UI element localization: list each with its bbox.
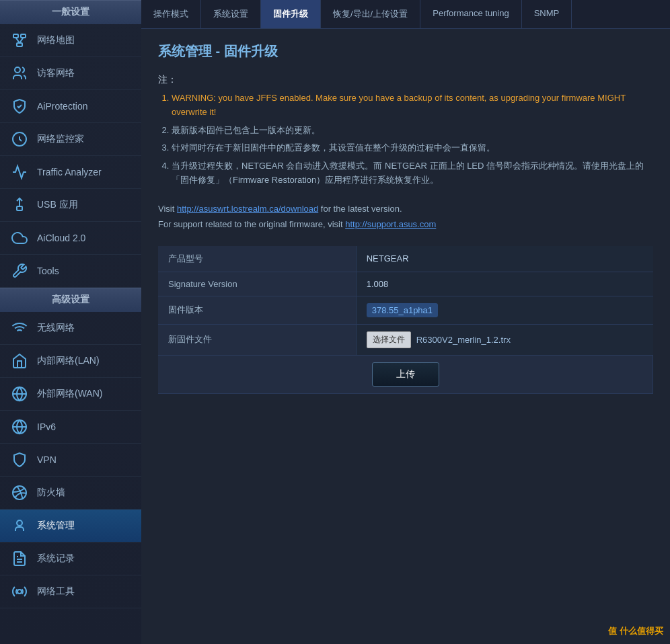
svg-point-17 — [17, 590, 22, 594]
sidebar-item-traffic-analyzer[interactable]: Traffic Analyzer — [0, 156, 141, 189]
guests-icon — [10, 64, 29, 83]
note-list: WARNING: you have JFFS enabled. Make sur… — [158, 91, 653, 188]
tab-performance-tuning[interactable]: Performance tuning — [420, 0, 521, 28]
field-value[interactable]: 选择文件R6300V2_merlin_1.2.trx — [356, 324, 653, 355]
choose-file-button[interactable]: 选择文件 — [367, 331, 411, 348]
sidebar-item-label: VPN — [37, 454, 57, 465]
watermark: 值 什么值得买 — [608, 625, 663, 637]
table-row: 新固件文件选择文件R6300V2_merlin_1.2.trx — [158, 324, 653, 355]
note-item-2: 最新版本固件已包含上一版本的更新。 — [172, 124, 653, 138]
nettools-icon — [10, 582, 29, 601]
field-label: 固件版本 — [158, 296, 356, 324]
sidebar-item-label: Traffic Analyzer — [37, 167, 102, 177]
cloud-icon — [10, 229, 29, 247]
sidebar-item-label: 无线网络 — [37, 322, 75, 334]
link-text-1: Visit — [158, 204, 177, 214]
tabs-bar: 操作模式系统设置固件升级恢复/导出/上传设置Performance tuning… — [141, 0, 670, 29]
download-link[interactable]: http://asuswrt.lostrealm.ca/download — [177, 204, 318, 214]
firmware-version-value: 378.55_a1pha1 — [367, 303, 438, 317]
link-text-3: For support related to the original firm… — [158, 219, 345, 229]
sidebar-item-tools[interactable]: Tools — [0, 255, 141, 288]
sidebar-item-label: USB 应用 — [37, 199, 78, 211]
sidebar-item-label: 内部网络(LAN) — [37, 355, 100, 367]
tab-snmp[interactable]: SNMP — [522, 0, 572, 28]
sidebar-item-nettools[interactable]: 网络工具 — [0, 575, 141, 608]
svg-rect-2 — [17, 43, 22, 46]
sidebar: 一般设置网络地图访客网络AiProtection网络监控家Traffic Ana… — [0, 0, 141, 644]
upload-button[interactable]: 上传 — [372, 362, 439, 387]
tab-firmware-upgrade[interactable]: 固件升级 — [261, 0, 321, 28]
wrench-icon — [10, 261, 29, 280]
link-text-2: for the latest version. — [318, 204, 402, 214]
note-item-4: 当升级过程失败，NETGEAR 会自动进入救援模式。而 NETGEAR 正面上的… — [172, 159, 653, 188]
field-label: 产品型号 — [158, 246, 356, 272]
sidebar-item-aicloud[interactable]: AiCloud 2.0 — [0, 222, 141, 255]
main-content: 操作模式系统设置固件升级恢复/导出/上传设置Performance tuning… — [141, 0, 670, 644]
network-icon — [10, 31, 29, 50]
sidebar-item-label: 网络监控家 — [37, 133, 84, 145]
sidebar-item-vpn[interactable]: VPN — [0, 444, 141, 477]
sidebar-item-label: 系统记录 — [37, 553, 75, 565]
sidebar-item-usb-apps[interactable]: USB 应用 — [0, 189, 141, 222]
svg-rect-0 — [13, 34, 18, 38]
sidebar-item-label: 访客网络 — [37, 67, 75, 79]
table-row: 固件版本378.55_a1pha1 — [158, 296, 653, 324]
field-value: NETGEAR — [356, 246, 653, 272]
sidebar-section-header: 一般设置 — [0, 0, 141, 24]
vpn-icon — [10, 450, 29, 469]
firewall-icon — [10, 483, 29, 502]
tab-operation-mode[interactable]: 操作模式 — [141, 0, 201, 28]
note-section: 注： WARNING: you have JFFS enabled. Make … — [158, 74, 653, 188]
svg-point-5 — [15, 67, 20, 73]
field-value: 378.55_a1pha1 — [356, 296, 653, 324]
svg-point-14 — [17, 520, 22, 526]
sidebar-item-network-monitor[interactable]: 网络监控家 — [0, 123, 141, 156]
sidebar-item-aiprotection[interactable]: AiProtection — [0, 90, 141, 123]
sidebar-item-label: 防火墙 — [37, 487, 65, 499]
sidebar-item-syslog[interactable]: 系统记录 — [0, 542, 141, 575]
log-icon — [10, 549, 29, 568]
sidebar-item-label: 系统管理 — [37, 520, 75, 532]
usb-icon — [10, 196, 29, 214]
sidebar-item-label: AiCloud 2.0 — [37, 233, 85, 243]
sidebar-item-label: 网络地图 — [37, 34, 75, 46]
upload-cell: 上传 — [158, 355, 653, 393]
sidebar-item-wireless[interactable]: 无线网络 — [0, 312, 141, 345]
page-content: 系统管理 - 固件升级 注： WARNING: you have JFFS en… — [141, 29, 670, 644]
sidebar-section-header: 高级设置 — [0, 288, 141, 312]
monitor-icon — [10, 130, 29, 149]
note-item-1: WARNING: you have JFFS enabled. Make sur… — [172, 91, 653, 120]
sidebar-item-network-map[interactable]: 网络地图 — [0, 24, 141, 57]
globe-icon — [10, 385, 29, 403]
page-title: 系统管理 - 固件升级 — [158, 42, 653, 61]
note-label: 注： — [158, 74, 653, 86]
svg-rect-1 — [21, 34, 26, 38]
table-row: 产品型号NETGEAR — [158, 246, 653, 272]
svg-line-4 — [20, 38, 24, 43]
link-section: Visit http://asuswrt.lostrealm.ca/downlo… — [158, 201, 653, 233]
sidebar-item-ipv6[interactable]: IPv6 — [0, 411, 141, 444]
sidebar-item-label: AiProtection — [37, 101, 87, 112]
sidebar-item-label: 外部网络(WAN) — [37, 388, 102, 400]
sysadmin-icon — [10, 516, 29, 535]
tab-system-settings[interactable]: 系统设置 — [201, 0, 261, 28]
sidebar-item-firewall[interactable]: 防火墙 — [0, 477, 141, 510]
sidebar-item-label: 网络工具 — [37, 586, 75, 598]
sidebar-item-label: IPv6 — [37, 421, 56, 432]
field-value: 1.008 — [356, 272, 653, 296]
svg-rect-7 — [17, 206, 22, 210]
sidebar-item-wan[interactable]: 外部网络(WAN) — [0, 378, 141, 411]
table-row: Signature Version1.008 — [158, 272, 653, 296]
wifi-icon — [10, 319, 29, 337]
sidebar-item-guest-network[interactable]: 访客网络 — [0, 57, 141, 90]
sidebar-item-lan[interactable]: 内部网络(LAN) — [0, 345, 141, 378]
note-item-3: 针对同时存在于新旧固件中的配置参数，其设置值在整个升级的过程中会一直保留。 — [172, 141, 653, 155]
shield-icon — [10, 97, 29, 116]
tab-restore-export[interactable]: 恢复/导出/上传设置 — [321, 0, 420, 28]
sidebar-item-sysadmin[interactable]: 系统管理 — [0, 510, 141, 542]
home-icon — [10, 352, 29, 370]
svg-line-3 — [16, 38, 20, 43]
sidebar-item-label: Tools — [37, 266, 59, 276]
support-link[interactable]: http://support.asus.com — [345, 219, 436, 229]
field-label: Signature Version — [158, 272, 356, 296]
